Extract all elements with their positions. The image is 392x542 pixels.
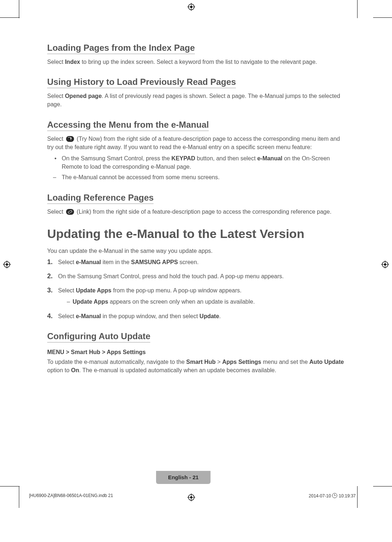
footer-timestamp: 2014-07-10 10:19:37: [309, 493, 356, 498]
heading: Loading Pages from the Index Page: [47, 43, 195, 54]
section-reference-pages: Loading Reference Pages Select (Link) fr…: [47, 193, 345, 216]
try-now-icon: [66, 136, 74, 142]
ordered-list: Select e-Manual item in the SAMSUNG APPS…: [47, 258, 345, 320]
crop-mark: [373, 486, 392, 486]
footer-filename: [HU6900-ZA]BN68-06501A-01ENG.indb 21: [29, 493, 113, 498]
section-auto-update: Configuring Auto Update MENU > Smart Hub…: [47, 331, 345, 374]
heading: Using History to Load Previously Read Pa…: [47, 77, 236, 88]
list-item: Select e-Manual item in the SAMSUNG APPS…: [47, 258, 345, 266]
registration-mark-icon: [381, 260, 389, 268]
registration-mark-icon: [187, 493, 195, 501]
paragraph: Select (Try Now) from the right side of …: [47, 135, 345, 151]
link-icon: [66, 209, 74, 215]
crop-mark: [357, 486, 358, 508]
bullet-list: On the Samsung Smart Control, press the …: [47, 154, 345, 182]
section-index-page: Loading Pages from the Index Page Select…: [47, 43, 345, 66]
paragraph: Select (Link) from the right side of a f…: [47, 208, 345, 216]
menu-path: MENU > Smart Hub > Apps Settings: [47, 349, 345, 356]
heading-large: Updating the e-Manual to the Latest Vers…: [47, 227, 345, 241]
paragraph: Select Opened page. A list of previously…: [47, 92, 345, 108]
section-access-menu: Accessing the Menu from the e-Manual Sel…: [47, 120, 345, 182]
page-content: Loading Pages from the Index Page Select…: [47, 43, 345, 385]
registration-mark-icon: [3, 260, 11, 268]
registration-mark-icon: [187, 3, 195, 11]
heading: Configuring Auto Update: [47, 331, 150, 342]
paragraph: Select Index to bring up the index scree…: [47, 58, 345, 66]
crop-mark: [0, 486, 20, 486]
list-item: On the Samsung Smart Control, press and …: [47, 272, 345, 280]
section-updating: Updating the e-Manual to the Latest Vers…: [47, 227, 345, 320]
crop-mark: [0, 17, 20, 18]
sub-list-item: Update Apps appears on the screen only w…: [58, 297, 345, 306]
section-history: Using History to Load Previously Read Pa…: [47, 77, 345, 108]
heading: Loading Reference Pages: [47, 193, 154, 204]
page-number-tab: English - 21: [156, 471, 211, 484]
list-item: Select e-Manual in the popup window, and…: [47, 312, 345, 320]
list-item: Select Update Apps from the pop-up menu.…: [47, 286, 345, 306]
paragraph: To update the e-manual automatically, na…: [47, 358, 345, 374]
crop-mark: [19, 486, 19, 508]
clock-icon: [332, 493, 337, 498]
heading: Accessing the Menu from the e-Manual: [47, 120, 209, 131]
list-item: The e-Manual cannot be accessed from som…: [57, 173, 345, 181]
crop-mark: [357, 0, 358, 18]
crop-mark: [19, 0, 19, 18]
crop-mark: [373, 17, 392, 18]
paragraph: You can update the e-Manual in the same …: [47, 247, 345, 255]
list-item: On the Samsung Smart Control, press the …: [57, 154, 345, 171]
